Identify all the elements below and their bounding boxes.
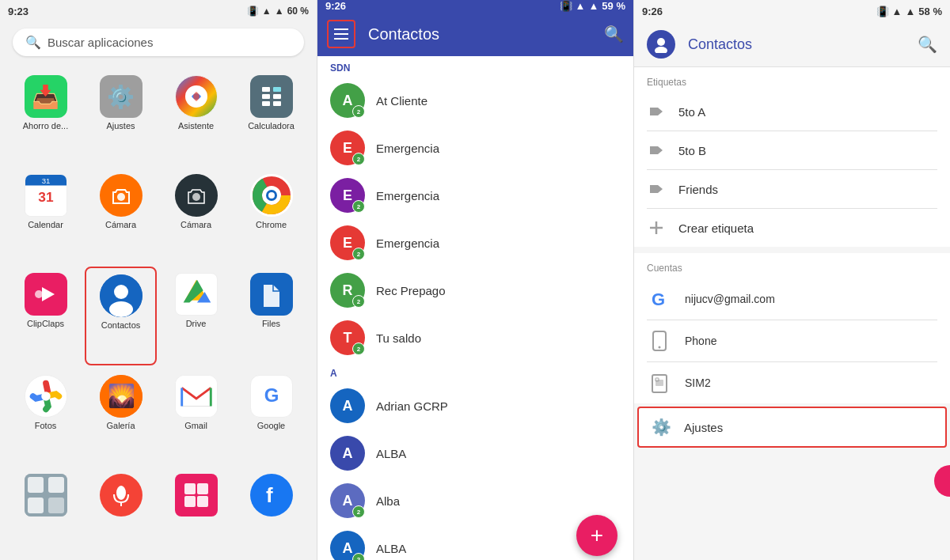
app-clipclaps[interactable]: ClipClaps [10,267,82,365]
label-5to-b[interactable]: 5to B [634,131,950,169]
app-label-camara2: Cámara [180,220,211,229]
app-icon-contactos [100,274,142,317]
app-contactos[interactable]: Contactos [85,267,157,365]
battery-icon-1: 60 % [287,6,309,17]
account-label-sim2: SIM2 [685,376,711,389]
app-label-calc: Calculadora [248,121,294,131]
contact-name-adrian: Adrian GCRP [376,399,448,413]
app-gmail[interactable]: Gmail [160,369,232,464]
app-search-bar[interactable]: 🔍 Buscar aplicaciones [13,28,304,56]
account-label-gmail: nijucv@gmail.com [685,293,775,305]
fab-add-contact[interactable]: + [576,515,618,556]
app-drive[interactable]: Drive [160,267,232,365]
create-label-item[interactable]: Crear etiqueta [634,209,950,247]
label-5to-a[interactable]: 5to A [634,93,950,131]
labels-section-title: Etiquetas [634,67,950,93]
contacts-header: Contactos 🔍 [317,12,633,56]
app-b3[interactable] [160,467,232,554]
svg-rect-36 [28,477,44,493]
svg-text:f: f [266,483,273,507]
app-label-drive: Drive [186,319,207,328]
time-3: 9:26 [642,6,663,17]
create-label-text: Crear etiqueta [678,221,754,235]
menu-button[interactable] [327,20,355,48]
contact-avatar-emergencia1: E 2 [330,131,365,165]
contact-avatar-emergencia2: E 2 [330,178,365,213]
contact-name-alba3: ALBA [376,542,406,555]
label-name-5to-b: 5to B [678,144,706,157]
app-calendar[interactable]: 3131 Calendar [10,168,82,263]
app-google[interactable]: G Google [235,369,307,464]
app-fotos[interactable]: Fotos [10,369,82,464]
contact-avatar-emergencia3: E 2 [330,225,365,260]
contact-emergencia3[interactable]: E 2 Emergencia [317,219,633,267]
app-drawer-panel: 9:23 📳 ▲ ▲ 60 % 🔍 Buscar aplicaciones 📥 … [0,0,317,560]
labels-section: Etiquetas 5to A 5to B Friends Crea [634,67,950,247]
svg-point-19 [268,192,275,199]
svg-point-53 [659,346,661,349]
svg-rect-4 [273,94,281,99]
signal3-icon: ▲ [892,6,902,17]
label-icon-5to-b [647,141,666,160]
app-label-calendar: Calendar [28,220,63,229]
contacts-menu-header: Contactos 🔍 [634,22,950,67]
app-label-camara: Cámara [105,220,136,229]
ajustes-icon: ⚙️ [652,418,671,437]
ajustes-item[interactable]: ⚙️ Ajustes [637,407,947,448]
app-b1[interactable] [10,467,82,554]
contact-badge-alba3: 2 [352,553,365,560]
contact-emergencia2[interactable]: E 2 Emergencia [317,172,633,219]
battery-icon-2: 59 % [602,0,625,12]
app-camara[interactable]: Cámara [85,168,157,263]
contacts-search-button[interactable]: 🔍 [604,25,624,44]
svg-point-40 [116,486,126,500]
signal2-icon: ▲ [576,0,586,12]
app-facebook[interactable]: f [235,467,307,554]
account-gmail[interactable]: G nijucv@gmail.com [634,278,950,320]
contact-emergencia1[interactable]: E 2 Emergencia [317,124,633,172]
app-label-google: Google [257,421,285,430]
app-camara2[interactable]: Cámara [160,168,232,263]
hamburger-line-1 [334,28,348,30]
search-icon: 🔍 [25,35,41,50]
svg-point-48 [655,47,667,53]
svg-text:31: 31 [41,176,50,185]
contact-rec-prepago[interactable]: R 2 Rec Prepago [317,267,633,314]
app-ajustes[interactable]: ⚙️ Ajustes [85,69,157,165]
app-galeria[interactable]: 🌄 Galería [85,369,157,464]
contact-name-at-cliente: At Cliente [376,94,428,108]
svg-rect-39 [48,498,64,513]
label-friends[interactable]: Friends [634,170,950,208]
contact-avatar-rec-prepago: R 2 [330,273,365,308]
app-label-ahorro: Ahorro de... [23,121,68,131]
account-sim2[interactable]: SIM2 [634,362,950,403]
app-ahorro[interactable]: 📥 Ahorro de... [10,69,82,165]
app-b2[interactable] [85,467,157,554]
contact-avatar-alba2: A 2 [330,483,365,518]
app-label-gmail: Gmail [184,421,207,430]
svg-text:G: G [652,289,665,309]
app-chrome[interactable]: Chrome [235,168,307,263]
app-calculadora[interactable]: Calculadora [235,69,307,165]
app-icon-clipclaps [25,273,67,316]
contacts-avatar-icon [647,30,675,59]
contact-tu-saldo[interactable]: T 2 Tu saldo [317,314,633,361]
app-label-files: Files [262,319,280,328]
svg-rect-55 [656,380,663,386]
account-phone[interactable]: Phone [634,320,950,361]
contact-badge-at-cliente: 2 [352,105,365,118]
menu-search-icon[interactable]: 🔍 [918,35,937,54]
account-icon-phone [647,328,672,354]
contact-name-tu-saldo: Tu saldo [376,331,421,345]
app-icon-camara [100,174,142,217]
app-asistente[interactable]: Asistente [160,69,232,165]
vibrate-icon: 📳 [247,6,259,17]
contact-at-cliente[interactable]: A 2 At Cliente [317,77,633,124]
contact-badge-tu-saldo: 2 [352,342,365,355]
svg-rect-43 [197,483,208,494]
app-files[interactable]: Files [235,267,307,365]
contact-adrian[interactable]: A Adrian GCRP [317,382,633,429]
contact-alba1[interactable]: A ALBA [317,429,633,477]
contacts-menu-panel: 9:26 📳 ▲ ▲ 58 % Contactos 🔍 Etiquetas 5t… [633,0,950,560]
contact-badge-alba2: 2 [352,505,365,518]
